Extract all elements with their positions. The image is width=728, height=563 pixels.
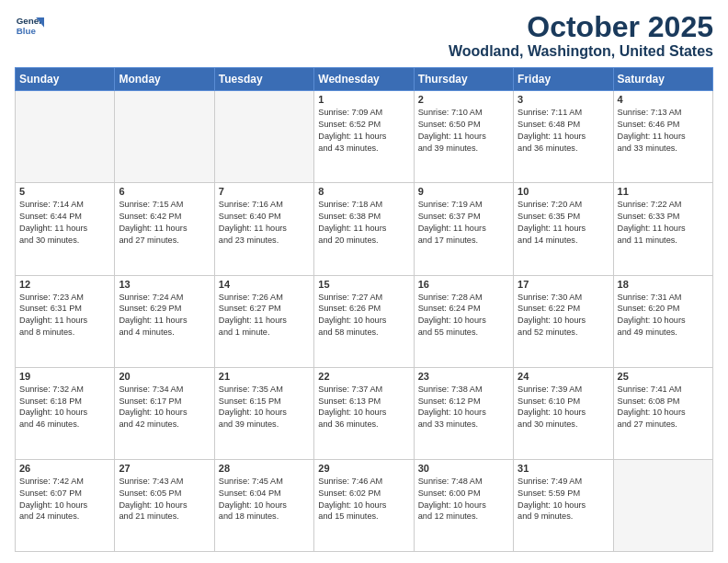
day-number: 25 [618, 371, 709, 382]
day-info: Sunrise: 7:35 AM Sunset: 6:15 PM Dayligh… [219, 384, 310, 431]
calendar-cell: 5Sunrise: 7:14 AM Sunset: 6:44 PM Daylig… [16, 183, 115, 275]
day-number: 7 [219, 186, 310, 197]
col-friday: Friday [514, 68, 613, 91]
day-number: 24 [518, 371, 609, 382]
day-number: 22 [318, 371, 409, 382]
day-number: 13 [119, 279, 210, 290]
calendar-cell: 24Sunrise: 7:39 AM Sunset: 6:10 PM Dayli… [514, 367, 613, 459]
calendar-cell: 1Sunrise: 7:09 AM Sunset: 6:52 PM Daylig… [314, 91, 414, 183]
calendar-cell [16, 91, 115, 183]
title-block: October 2025 Woodland, Washington, Unite… [449, 11, 713, 60]
day-info: Sunrise: 7:34 AM Sunset: 6:17 PM Dayligh… [119, 384, 210, 431]
day-info: Sunrise: 7:15 AM Sunset: 6:42 PM Dayligh… [119, 199, 210, 247]
day-number: 2 [418, 94, 509, 105]
calendar-header-row: Sunday Monday Tuesday Wednesday Thursday… [16, 68, 713, 91]
day-info: Sunrise: 7:19 AM Sunset: 6:37 PM Dayligh… [418, 199, 509, 247]
calendar-cell [613, 459, 712, 551]
day-info: Sunrise: 7:23 AM Sunset: 6:31 PM Dayligh… [19, 292, 110, 339]
day-info: Sunrise: 7:37 AM Sunset: 6:13 PM Dayligh… [318, 384, 409, 431]
day-info: Sunrise: 7:31 AM Sunset: 6:20 PM Dayligh… [618, 292, 709, 339]
calendar-cell: 10Sunrise: 7:20 AM Sunset: 6:35 PM Dayli… [514, 183, 613, 275]
day-info: Sunrise: 7:48 AM Sunset: 6:00 PM Dayligh… [418, 476, 509, 523]
calendar-cell: 15Sunrise: 7:27 AM Sunset: 6:26 PM Dayli… [314, 275, 414, 367]
calendar-cell [115, 91, 214, 183]
day-info: Sunrise: 7:30 AM Sunset: 6:22 PM Dayligh… [518, 292, 609, 339]
day-info: Sunrise: 7:27 AM Sunset: 6:26 PM Dayligh… [318, 292, 409, 339]
day-info: Sunrise: 7:43 AM Sunset: 6:05 PM Dayligh… [119, 476, 210, 523]
page: General Blue October 2025 Woodland, Wash… [0, 0, 728, 563]
day-number: 21 [219, 371, 310, 382]
day-info: Sunrise: 7:20 AM Sunset: 6:35 PM Dayligh… [518, 199, 609, 247]
calendar-cell: 7Sunrise: 7:16 AM Sunset: 6:40 PM Daylig… [214, 183, 313, 275]
day-info: Sunrise: 7:24 AM Sunset: 6:29 PM Dayligh… [119, 292, 210, 339]
month-title: October 2025 [449, 11, 713, 43]
calendar-cell: 6Sunrise: 7:15 AM Sunset: 6:42 PM Daylig… [115, 183, 214, 275]
calendar-cell: 14Sunrise: 7:26 AM Sunset: 6:27 PM Dayli… [214, 275, 313, 367]
day-info: Sunrise: 7:32 AM Sunset: 6:18 PM Dayligh… [19, 384, 110, 431]
day-number: 10 [518, 186, 609, 197]
logo: General Blue [15, 11, 44, 40]
calendar-week-3: 19Sunrise: 7:32 AM Sunset: 6:18 PM Dayli… [16, 367, 713, 459]
day-number: 8 [318, 186, 409, 197]
day-info: Sunrise: 7:16 AM Sunset: 6:40 PM Dayligh… [219, 199, 310, 247]
day-number: 27 [119, 463, 210, 474]
day-number: 9 [418, 186, 509, 197]
day-number: 26 [19, 463, 110, 474]
header: General Blue October 2025 Woodland, Wash… [15, 11, 713, 60]
day-number: 20 [119, 371, 210, 382]
day-info: Sunrise: 7:14 AM Sunset: 6:44 PM Dayligh… [19, 199, 110, 247]
day-number: 16 [418, 279, 509, 290]
calendar-cell: 9Sunrise: 7:19 AM Sunset: 6:37 PM Daylig… [414, 183, 513, 275]
day-number: 1 [318, 94, 409, 105]
day-info: Sunrise: 7:10 AM Sunset: 6:50 PM Dayligh… [418, 107, 509, 155]
calendar-cell: 20Sunrise: 7:34 AM Sunset: 6:17 PM Dayli… [115, 367, 214, 459]
calendar-week-4: 26Sunrise: 7:42 AM Sunset: 6:07 PM Dayli… [16, 459, 713, 551]
day-info: Sunrise: 7:22 AM Sunset: 6:33 PM Dayligh… [618, 199, 709, 247]
calendar-cell: 27Sunrise: 7:43 AM Sunset: 6:05 PM Dayli… [115, 459, 214, 551]
col-monday: Monday [115, 68, 214, 91]
day-number: 15 [318, 279, 409, 290]
calendar-cell: 29Sunrise: 7:46 AM Sunset: 6:02 PM Dayli… [314, 459, 414, 551]
day-number: 4 [618, 94, 709, 105]
day-number: 14 [219, 279, 310, 290]
calendar-week-2: 12Sunrise: 7:23 AM Sunset: 6:31 PM Dayli… [16, 275, 713, 367]
day-info: Sunrise: 7:13 AM Sunset: 6:46 PM Dayligh… [618, 107, 709, 155]
calendar-cell: 18Sunrise: 7:31 AM Sunset: 6:20 PM Dayli… [613, 275, 712, 367]
calendar-cell: 23Sunrise: 7:38 AM Sunset: 6:12 PM Dayli… [414, 367, 513, 459]
calendar-cell: 8Sunrise: 7:18 AM Sunset: 6:38 PM Daylig… [314, 183, 414, 275]
calendar-cell [214, 91, 313, 183]
location-title: Woodland, Washington, United States [449, 43, 713, 60]
day-number: 18 [618, 279, 709, 290]
logo-icon: General Blue [15, 11, 44, 40]
day-number: 19 [19, 371, 110, 382]
day-info: Sunrise: 7:11 AM Sunset: 6:48 PM Dayligh… [518, 107, 609, 155]
day-number: 11 [618, 186, 709, 197]
calendar-week-1: 5Sunrise: 7:14 AM Sunset: 6:44 PM Daylig… [16, 183, 713, 275]
day-number: 17 [518, 279, 609, 290]
calendar-cell: 2Sunrise: 7:10 AM Sunset: 6:50 PM Daylig… [414, 91, 513, 183]
calendar-cell: 4Sunrise: 7:13 AM Sunset: 6:46 PM Daylig… [613, 91, 712, 183]
col-tuesday: Tuesday [214, 68, 313, 91]
day-number: 29 [318, 463, 409, 474]
calendar-cell: 11Sunrise: 7:22 AM Sunset: 6:33 PM Dayli… [613, 183, 712, 275]
day-number: 23 [418, 371, 509, 382]
day-number: 12 [19, 279, 110, 290]
day-number: 28 [219, 463, 310, 474]
calendar-cell: 12Sunrise: 7:23 AM Sunset: 6:31 PM Dayli… [16, 275, 115, 367]
calendar-cell: 30Sunrise: 7:48 AM Sunset: 6:00 PM Dayli… [414, 459, 513, 551]
col-wednesday: Wednesday [314, 68, 414, 91]
col-saturday: Saturday [613, 68, 712, 91]
day-info: Sunrise: 7:46 AM Sunset: 6:02 PM Dayligh… [318, 476, 409, 523]
svg-text:Blue: Blue [17, 26, 37, 36]
calendar-cell: 21Sunrise: 7:35 AM Sunset: 6:15 PM Dayli… [214, 367, 313, 459]
calendar-cell: 22Sunrise: 7:37 AM Sunset: 6:13 PM Dayli… [314, 367, 414, 459]
day-number: 5 [19, 186, 110, 197]
day-info: Sunrise: 7:18 AM Sunset: 6:38 PM Dayligh… [318, 199, 409, 247]
day-number: 6 [119, 186, 210, 197]
calendar-cell: 3Sunrise: 7:11 AM Sunset: 6:48 PM Daylig… [514, 91, 613, 183]
calendar-week-0: 1Sunrise: 7:09 AM Sunset: 6:52 PM Daylig… [16, 91, 713, 183]
calendar-cell: 26Sunrise: 7:42 AM Sunset: 6:07 PM Dayli… [16, 459, 115, 551]
day-info: Sunrise: 7:41 AM Sunset: 6:08 PM Dayligh… [618, 384, 709, 431]
calendar-cell: 16Sunrise: 7:28 AM Sunset: 6:24 PM Dayli… [414, 275, 513, 367]
calendar-cell: 28Sunrise: 7:45 AM Sunset: 6:04 PM Dayli… [214, 459, 313, 551]
